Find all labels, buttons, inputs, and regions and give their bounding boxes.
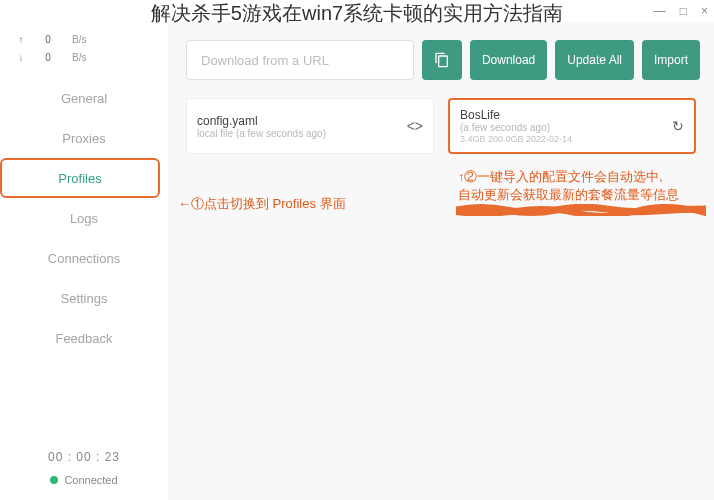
copy-button[interactable]: [422, 40, 462, 80]
traffic-indicator: ↑ 0 B/s ↓ 0 B/s: [0, 22, 168, 78]
annotation-1: ←①点击切换到 Profiles 界面: [178, 195, 346, 213]
sidebar: ↑ 0 B/s ↓ 0 B/s General Proxies Profiles…: [0, 22, 168, 500]
upload-arrow-icon: ↑: [18, 34, 24, 45]
profile-card-subtitle: (a few seconds ago): [460, 122, 684, 133]
download-value: 0: [42, 52, 54, 63]
highlight-scribble-icon: [456, 204, 706, 216]
profile-card-title: config.yaml: [197, 114, 423, 128]
nav-connections[interactable]: Connections: [0, 238, 168, 278]
edit-icon[interactable]: <>: [407, 118, 423, 134]
upload-value: 0: [42, 34, 54, 45]
annotation-2: ↑②一键导入的配置文件会自动选中, 自动更新会获取最新的套餐流量等信息: [458, 168, 708, 204]
nav-settings[interactable]: Settings: [0, 278, 168, 318]
overlay-title: 解决杀手5游戏在win7系统卡顿的实用方法指南: [151, 0, 563, 27]
import-button[interactable]: Import: [642, 40, 700, 80]
status-dot-icon: [50, 476, 58, 484]
nav-proxies[interactable]: Proxies: [0, 118, 168, 158]
annotation-2-line1: ↑②一键导入的配置文件会自动选中,: [458, 168, 708, 186]
connection-status: Connected: [0, 474, 168, 486]
main-panel: Download Update All Import config.yaml l…: [168, 22, 714, 500]
profile-card-local[interactable]: config.yaml local file (a few seconds ag…: [186, 98, 434, 154]
connection-timer: 00 : 00 : 23: [0, 450, 168, 464]
refresh-icon[interactable]: ↻: [672, 118, 684, 134]
nav-feedback[interactable]: Feedback: [0, 318, 168, 358]
download-unit: B/s: [72, 52, 86, 63]
annotation-2-line2: 自动更新会获取最新的套餐流量等信息: [458, 186, 708, 204]
update-all-button[interactable]: Update All: [555, 40, 634, 80]
status-label: Connected: [64, 474, 117, 486]
window-controls: — □ ×: [654, 4, 708, 18]
copy-icon: [434, 52, 450, 68]
download-url-input[interactable]: [186, 40, 414, 80]
profile-card-meta: 3.4GB 200.0GB 2022-02-14: [460, 134, 684, 144]
download-arrow-icon: ↓: [18, 52, 24, 63]
nav-general[interactable]: General: [0, 78, 168, 118]
nav: General Proxies Profiles Logs Connection…: [0, 78, 168, 358]
window-close[interactable]: ×: [701, 4, 708, 18]
profile-card-title: BosLife: [460, 108, 684, 122]
window-minimize[interactable]: —: [654, 4, 666, 18]
profile-card-subtitle: local file (a few seconds ago): [197, 128, 423, 139]
download-button[interactable]: Download: [470, 40, 547, 80]
nav-profiles[interactable]: Profiles: [0, 158, 160, 198]
profile-card-remote[interactable]: BosLife (a few seconds ago) 3.4GB 200.0G…: [448, 98, 696, 154]
upload-unit: B/s: [72, 34, 86, 45]
window-maximize[interactable]: □: [680, 4, 687, 18]
nav-logs[interactable]: Logs: [0, 198, 168, 238]
